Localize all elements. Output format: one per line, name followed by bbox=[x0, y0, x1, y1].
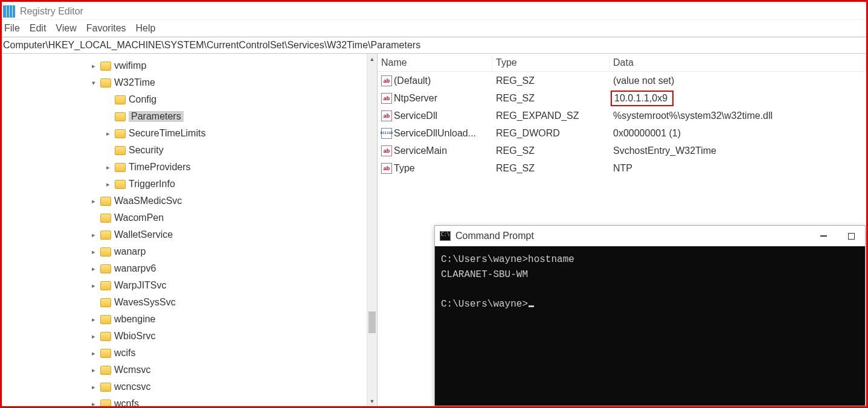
folder-icon bbox=[100, 331, 111, 342]
values-row[interactable]: abServiceMainREG_SZSvchostEntry_W32Time bbox=[378, 142, 866, 159]
chevron-right-icon[interactable]: ▸ bbox=[90, 333, 97, 340]
value-type: REG_SZ bbox=[492, 74, 609, 88]
tree-item[interactable]: ▸WbioSrvc bbox=[2, 328, 377, 345]
scroll-track[interactable] bbox=[367, 64, 377, 396]
folder-icon bbox=[100, 297, 111, 308]
cmd-title-bar[interactable]: Command Prompt bbox=[435, 226, 865, 246]
chevron-right-icon[interactable]: ▸ bbox=[90, 248, 97, 256]
tree-item-label: WaaSMedicSvc bbox=[114, 196, 182, 206]
tree-item[interactable]: ▸wcifs bbox=[2, 345, 377, 362]
tree-item[interactable]: ▸Wcmsvc bbox=[2, 362, 377, 378]
command-prompt-window[interactable]: Command Prompt C:\Users\wayne>hostname C… bbox=[434, 225, 866, 406]
tree-item-label: wcnfs bbox=[114, 398, 139, 406]
value-name: ServiceMain bbox=[394, 145, 447, 156]
chevron-right-icon[interactable]: ▸ bbox=[104, 180, 112, 188]
values-row[interactable]: abTypeREG_SZNTP bbox=[378, 159, 866, 177]
menu-edit[interactable]: Edit bbox=[28, 21, 48, 36]
values-row[interactable]: ab(Default)REG_SZ(value not set) bbox=[378, 72, 866, 89]
reg-dword-icon: 011 110 bbox=[381, 128, 392, 139]
values-row[interactable]: abServiceDllREG_EXPAND_SZ%systemroot%\sy… bbox=[378, 107, 866, 124]
tree-item[interactable]: ▸wanarpv6 bbox=[2, 260, 377, 277]
chevron-right-icon[interactable]: ▸ bbox=[104, 164, 112, 171]
chevron-right-icon[interactable]: ▸ bbox=[90, 383, 97, 391]
minimize-button[interactable] bbox=[809, 226, 837, 246]
menu-favorites[interactable]: Favorites bbox=[85, 21, 127, 36]
scroll-up-icon[interactable]: ▲ bbox=[367, 54, 377, 64]
chevron-right-icon[interactable]: ▸ bbox=[104, 130, 112, 138]
chevron-down-icon[interactable]: ▾ bbox=[90, 79, 97, 87]
value-type: REG_EXPAND_SZ bbox=[492, 109, 609, 123]
folder-icon bbox=[100, 348, 111, 359]
values-header[interactable]: Name Type Data bbox=[378, 54, 866, 72]
folder-icon bbox=[100, 196, 111, 206]
app-title: Registry Editor bbox=[20, 6, 83, 17]
col-header-data[interactable]: Data bbox=[609, 56, 866, 70]
folder-icon bbox=[100, 212, 111, 223]
chevron-right-icon[interactable]: ▸ bbox=[90, 349, 97, 357]
tree-item-label: wcifs bbox=[114, 348, 136, 359]
value-name: NtpServer bbox=[394, 93, 437, 104]
maximize-icon bbox=[848, 233, 855, 240]
menu-view[interactable]: View bbox=[54, 21, 77, 36]
cmd-cursor bbox=[529, 305, 534, 307]
tree-item[interactable]: ▸wcnfs bbox=[2, 395, 377, 406]
folder-icon bbox=[100, 365, 111, 375]
menu-help[interactable]: Help bbox=[135, 21, 157, 36]
tree-item[interactable]: ▸wanarp bbox=[2, 243, 377, 260]
scroll-down-icon[interactable]: ▼ bbox=[367, 396, 377, 406]
value-name: ServiceDllUnload... bbox=[394, 128, 476, 139]
scroll-thumb[interactable] bbox=[368, 311, 376, 333]
tree-item[interactable]: ▸vwifimp bbox=[2, 57, 377, 74]
value-data: %systemroot%\system32\w32time.dll bbox=[609, 109, 866, 123]
chevron-right-icon[interactable]: ▸ bbox=[90, 231, 97, 239]
address-bar[interactable]: Computer\HKEY_LOCAL_MACHINE\SYSTEM\Curre… bbox=[2, 37, 866, 54]
tree-item[interactable]: ▸Config bbox=[2, 91, 377, 108]
tree-item[interactable]: ▸Security bbox=[2, 142, 377, 159]
menu-bar: File Edit View Favorites Help bbox=[2, 20, 866, 37]
tree-item[interactable]: ▸WacomPen bbox=[2, 209, 377, 226]
tree-item[interactable]: ▸Parameters bbox=[2, 108, 377, 125]
folder-icon bbox=[100, 60, 111, 71]
address-path: Computer\HKEY_LOCAL_MACHINE\SYSTEM\Curre… bbox=[3, 40, 420, 51]
value-data: 0x00000001 (1) bbox=[609, 127, 866, 140]
value-name: Type bbox=[394, 163, 415, 174]
value-name: ServiceDll bbox=[394, 110, 437, 121]
folder-icon bbox=[115, 145, 126, 156]
tree-scrollbar[interactable]: ▲ ▼ bbox=[367, 54, 377, 406]
col-header-type[interactable]: Type bbox=[492, 56, 609, 70]
chevron-right-icon[interactable]: ▸ bbox=[90, 265, 97, 273]
cmd-icon bbox=[440, 231, 451, 241]
value-name: (Default) bbox=[394, 75, 431, 86]
cmd-title: Command Prompt bbox=[455, 231, 534, 241]
cmd-body[interactable]: C:\Users\wayne>hostname CLARANET-SBU-WM … bbox=[435, 246, 865, 406]
values-row[interactable]: 011 110ServiceDllUnload...REG_DWORD0x000… bbox=[378, 124, 866, 142]
registry-tree[interactable]: ▸vwifimp▾W32Time▸Config▸Parameters▸Secur… bbox=[2, 57, 377, 406]
values-row[interactable]: abNtpServerREG_SZ10.0.1.1,0x9 bbox=[378, 89, 866, 107]
tree-item[interactable]: ▸wbengine bbox=[2, 311, 377, 328]
tree-item[interactable]: ▸WalletService bbox=[2, 226, 377, 243]
tree-item-label: Security bbox=[129, 145, 164, 156]
tree-item[interactable]: ▸WaaSMedicSvc bbox=[2, 193, 377, 209]
chevron-right-icon[interactable]: ▸ bbox=[90, 316, 97, 324]
folder-icon bbox=[100, 398, 111, 406]
menu-file[interactable]: File bbox=[3, 21, 21, 36]
tree-item[interactable]: ▸SecureTimeLimits bbox=[2, 125, 377, 142]
tree-item-label: W32Time bbox=[114, 77, 155, 88]
tree-item[interactable]: ▸wcncsvc bbox=[2, 378, 377, 395]
chevron-right-icon[interactable]: ▸ bbox=[90, 62, 97, 70]
tree-item[interactable]: ▸WarpJITSvc bbox=[2, 277, 377, 294]
tree-item[interactable]: ▸WavesSysSvc bbox=[2, 294, 377, 311]
chevron-right-icon[interactable]: ▸ bbox=[90, 282, 97, 290]
reg-string-icon: ab bbox=[381, 110, 392, 121]
tree-item[interactable]: ▸TimeProviders bbox=[2, 159, 377, 176]
chevron-right-icon[interactable]: ▸ bbox=[90, 366, 97, 374]
folder-icon bbox=[100, 314, 111, 325]
tree-item[interactable]: ▾W32Time bbox=[2, 74, 377, 91]
value-data: NTP bbox=[609, 162, 866, 175]
col-header-name[interactable]: Name bbox=[378, 56, 492, 70]
chevron-right-icon[interactable]: ▸ bbox=[90, 400, 97, 407]
tree-item[interactable]: ▸TriggerInfo bbox=[2, 176, 377, 193]
chevron-right-icon[interactable]: ▸ bbox=[90, 197, 97, 205]
maximize-button[interactable] bbox=[837, 226, 865, 246]
folder-icon bbox=[115, 162, 126, 173]
